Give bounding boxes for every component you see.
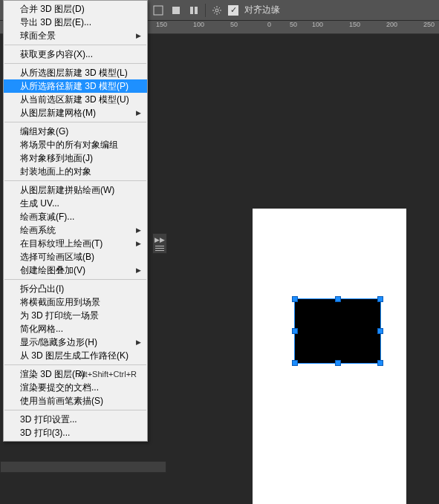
selected-rectangle-shape[interactable] xyxy=(295,299,380,363)
menu-item-label: 绘画衰减(F)... xyxy=(20,211,74,223)
menu-item[interactable]: 封装地面上的对象 xyxy=(4,165,147,178)
align-edges-label: 对齐边缘 xyxy=(244,4,280,16)
menu-item[interactable]: 显示/隐藏多边形(H)▶ xyxy=(4,336,147,349)
menu-item[interactable]: 合并 3D 图层(D) xyxy=(4,2,147,16)
resize-handle-tr[interactable] xyxy=(377,296,383,302)
menu-item-label: 绘画系统 xyxy=(20,224,56,237)
menu-item-label: 简化网格... xyxy=(20,323,63,336)
menu-item-label: 封装地面上的对象 xyxy=(20,166,91,178)
menu-item[interactable]: 拆分凸出(I) xyxy=(4,282,147,295)
menu-item[interactable]: 简化网格... xyxy=(4,322,147,336)
menu-item[interactable]: 编组对象(G) xyxy=(4,125,147,138)
menu-item-label: 从所选图层新建 3D 模型(L) xyxy=(20,67,128,79)
menu-item-label: 获取更多内容(X)... xyxy=(20,48,93,61)
resize-handle-bl[interactable] xyxy=(292,360,298,366)
menu-item[interactable]: 选择可绘画区域(B) xyxy=(4,250,147,264)
menu-item-label: 拆分凸出(I) xyxy=(20,283,64,295)
ruler-tick: 200 xyxy=(386,21,397,28)
submenu-arrow-icon: ▶ xyxy=(136,109,141,117)
tool-icon-1[interactable] xyxy=(152,4,165,17)
align-edges-checkbox[interactable]: ✓ xyxy=(228,5,238,16)
submenu-arrow-icon: ▶ xyxy=(136,338,141,346)
menu-item-label: 使用当前画笔素描(S) xyxy=(20,395,103,408)
submenu-arrow-icon: ▶ xyxy=(136,32,141,39)
menu-item[interactable]: 创建绘图叠加(V)▶ xyxy=(4,264,147,277)
tool-icon-2[interactable] xyxy=(169,4,183,17)
menu-item-label: 渲染要提交的文档... xyxy=(20,382,99,394)
ruler-tick: 100 xyxy=(193,21,204,28)
menu-separator xyxy=(4,279,146,280)
menu-separator xyxy=(4,63,146,64)
menu-separator xyxy=(4,410,146,410)
menu-item-label: 编组对象(G) xyxy=(20,125,68,138)
menu-item[interactable]: 从所选路径新建 3D 模型(P) xyxy=(4,79,147,93)
menu-item[interactable]: 生成 UV... xyxy=(4,197,147,210)
menu-item[interactable]: 为 3D 打印统一场景 xyxy=(4,309,147,322)
submenu-arrow-icon: ▶ xyxy=(136,266,141,274)
menu-item-label: 球面全景 xyxy=(20,30,56,42)
menu-item[interactable]: 从 3D 图层生成工作路径(K) xyxy=(4,349,147,362)
menu-item[interactable]: 3D 打印设置... xyxy=(4,413,147,426)
menu-item[interactable]: 渲染要提交的文档... xyxy=(4,381,147,394)
menu-item-label: 3D 打印(3)... xyxy=(20,427,70,439)
menu-item[interactable]: 将横截面应用到场景 xyxy=(4,295,147,309)
menu-item[interactable]: 导出 3D 图层(E)... xyxy=(4,16,147,29)
menu-item[interactable]: 在目标纹理上绘画(T)▶ xyxy=(4,237,147,250)
panel-bottom-strip xyxy=(0,461,166,473)
tool-icon-3[interactable] xyxy=(187,4,201,17)
ruler-tick: 250 xyxy=(423,21,435,28)
svg-rect-0 xyxy=(154,6,163,15)
menu-item[interactable]: 绘画衰减(F)... xyxy=(4,210,147,223)
menu-item-label: 从当前选区新建 3D 模型(U) xyxy=(20,94,129,106)
resize-handle-bc[interactable] xyxy=(335,360,341,366)
panel-collapse-tab[interactable]: ▶▶ xyxy=(152,233,167,254)
menu-item-label: 生成 UV... xyxy=(20,197,59,210)
3d-menu-dropdown: 合并 3D 图层(D)导出 3D 图层(E)...球面全景▶获取更多内容(X).… xyxy=(3,0,148,442)
menu-item[interactable]: 将场景中的所有对象编组 xyxy=(4,138,147,151)
menu-item-label: 合并 3D 图层(D) xyxy=(20,3,85,16)
menu-item[interactable]: 3D 打印(3)... xyxy=(4,426,147,439)
menu-separator xyxy=(4,45,146,45)
menu-item[interactable]: 使用当前画笔素描(S) xyxy=(4,394,147,408)
menu-item[interactable]: 获取更多内容(X)... xyxy=(4,48,147,61)
menu-item[interactable]: 渲染 3D 图层(R)Alt+Shift+Ctrl+R xyxy=(4,367,147,381)
menu-item[interactable]: 从图层新建网格(M)▶ xyxy=(4,106,147,120)
menu-item-label: 从图层新建网格(M) xyxy=(20,107,96,120)
selection-bounding-box xyxy=(294,298,381,364)
artboard[interactable] xyxy=(253,209,406,504)
menu-item-label: 为 3D 打印统一场景 xyxy=(20,310,99,322)
hamburger-icon xyxy=(155,246,164,251)
menu-item-label: 将场景中的所有对象编组 xyxy=(20,139,118,151)
resize-handle-ml[interactable] xyxy=(292,328,298,334)
menu-item-label: 将横截面应用到场景 xyxy=(20,296,100,309)
menu-item[interactable]: 从图层新建拼贴绘画(W) xyxy=(4,183,147,197)
ruler-tick: 50 xyxy=(230,21,238,28)
menu-item[interactable]: 从所选图层新建 3D 模型(L) xyxy=(4,66,147,79)
menu-item-label: 选择可绘画区域(B) xyxy=(20,251,94,264)
resize-handle-tc[interactable] xyxy=(335,296,341,302)
menu-item-label: 创建绘图叠加(V) xyxy=(20,264,85,277)
menu-item-label: 3D 打印设置... xyxy=(20,413,77,426)
menu-separator xyxy=(4,122,146,122)
menu-item[interactable]: 将对象移到地面(J) xyxy=(4,151,147,165)
submenu-arrow-icon: ▶ xyxy=(136,240,141,247)
menu-item[interactable]: 球面全景▶ xyxy=(4,29,147,42)
menu-item-label: 将对象移到地面(J) xyxy=(20,152,93,165)
resize-handle-mr[interactable] xyxy=(377,328,383,334)
resize-handle-tl[interactable] xyxy=(292,296,298,302)
svg-rect-1 xyxy=(172,7,180,14)
ruler-tick: 100 xyxy=(312,21,323,28)
menu-item-label: 在目标纹理上绘画(T) xyxy=(20,238,103,250)
menu-item-shortcut: Alt+Shift+Ctrl+R xyxy=(78,370,137,379)
svg-rect-3 xyxy=(195,7,198,14)
menu-separator xyxy=(4,364,146,365)
menu-separator xyxy=(4,180,146,181)
toolbar-divider xyxy=(205,4,206,17)
resize-handle-br[interactable] xyxy=(377,360,383,366)
svg-point-4 xyxy=(215,9,218,12)
gear-icon[interactable] xyxy=(210,4,224,17)
ruler-tick: 150 xyxy=(156,21,167,28)
ruler-tick: 150 xyxy=(349,21,360,28)
menu-item[interactable]: 绘画系统▶ xyxy=(4,223,147,237)
menu-item[interactable]: 从当前选区新建 3D 模型(U) xyxy=(4,93,147,106)
